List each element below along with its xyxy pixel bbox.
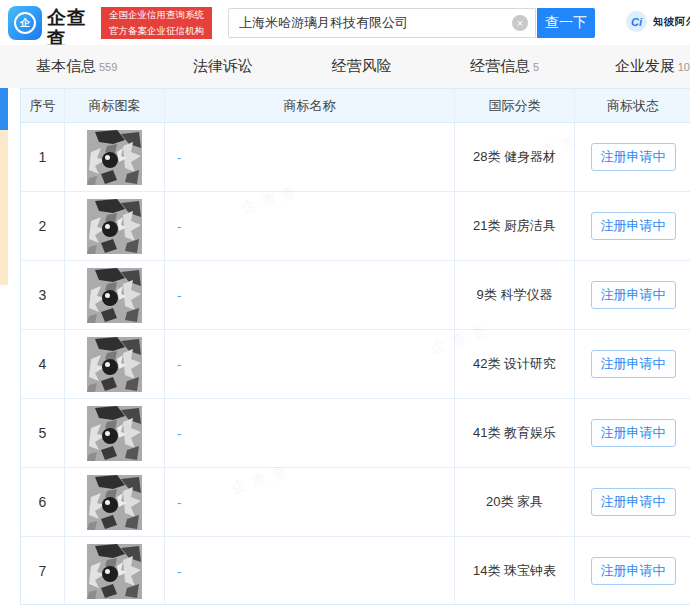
status-badge: 注册申请中 xyxy=(591,419,676,447)
trademark-image-cell xyxy=(65,399,165,467)
col-header-index: 序号 xyxy=(21,89,65,122)
trademark-status-cell: 注册申请中 xyxy=(575,537,690,605)
row-index: 6 xyxy=(21,468,65,536)
trademark-image[interactable] xyxy=(87,268,142,323)
qcc-logo-glyph: 企 xyxy=(14,12,36,34)
table-row: 7 - 14类 珠宝钟表 注册申请中 xyxy=(21,537,690,605)
tab-count: 10 xyxy=(678,61,690,73)
trademark-status-cell: 注册申请中 xyxy=(575,399,690,467)
certification-line2: 官方备案企业征信机构 xyxy=(101,23,212,39)
scroll-indicator xyxy=(0,130,8,285)
tab-label: 经营信息 xyxy=(470,57,530,76)
partner-logo-icon: Ci xyxy=(626,11,647,32)
tab-label: 法律诉讼 xyxy=(193,57,253,76)
tab-company-development[interactable]: 企业发展 10 xyxy=(615,57,690,76)
trademark-intl-class: 28类 健身器材 xyxy=(455,123,575,191)
row-index: 5 xyxy=(21,399,65,467)
trademark-name[interactable]: - xyxy=(165,399,455,467)
row-index: 4 xyxy=(21,330,65,398)
trademark-name[interactable]: - xyxy=(165,192,455,260)
section-tab-bar: 基本信息 559 法律诉讼 经营风险 经营信息 5 企业发展 10 xyxy=(0,45,690,88)
tab-operation-risk[interactable]: 经营风险 xyxy=(331,57,394,76)
trademark-name[interactable]: - xyxy=(165,123,455,191)
brand-name: 企查查 xyxy=(47,7,99,49)
trademark-image[interactable] xyxy=(87,337,142,392)
trademark-status-cell: 注册申请中 xyxy=(575,330,690,398)
trademark-image[interactable] xyxy=(87,544,142,599)
trademark-image[interactable] xyxy=(87,475,142,530)
trademark-image-cell xyxy=(65,537,165,605)
certification-badge: 全国企业信用查询系统 官方备案企业征信机构 xyxy=(101,7,212,39)
trademark-intl-class: 41类 教育娱乐 xyxy=(455,399,575,467)
trademark-name[interactable]: - xyxy=(165,330,455,398)
row-index: 1 xyxy=(21,123,65,191)
tab-count: 559 xyxy=(99,61,117,73)
table-row: 1 - 28类 健身器材 注册申请中 xyxy=(21,123,690,192)
trademark-status-cell: 注册申请中 xyxy=(575,192,690,260)
tab-legal-proceedings[interactable]: 法律诉讼 xyxy=(193,57,256,76)
trademark-intl-class: 42类 设计研究 xyxy=(455,330,575,398)
trademark-image-cell xyxy=(65,123,165,191)
status-badge: 注册申请中 xyxy=(591,488,676,516)
trademark-intl-class: 14类 珠宝钟表 xyxy=(455,537,575,605)
status-badge: 注册申请中 xyxy=(591,143,676,171)
tab-basic-info[interactable]: 基本信息 559 xyxy=(36,57,117,76)
table-row: 5 - 41类 教育娱乐 注册申请中 xyxy=(21,399,690,468)
trademark-status-cell: 注册申请中 xyxy=(575,468,690,536)
table-header-row: 序号 商标图案 商标名称 国际分类 商标状态 xyxy=(21,89,690,123)
partner-logo-name: 知彼阿尔法 xyxy=(653,15,690,29)
trademark-table: 序号 商标图案 商标名称 国际分类 商标状态 1 - 28类 xyxy=(20,88,690,605)
trademark-image[interactable] xyxy=(87,199,142,254)
table-row: 3 - 9类 科学仪器 注册申请中 xyxy=(21,261,690,330)
clear-icon[interactable] xyxy=(512,15,528,31)
row-index: 2 xyxy=(21,192,65,260)
status-badge: 注册申请中 xyxy=(591,350,676,378)
trademark-name[interactable]: - xyxy=(165,261,455,329)
table-row: 2 - 21类 厨房洁具 注册申请中 xyxy=(21,192,690,261)
certification-line1: 全国企业信用查询系统 xyxy=(101,7,212,23)
trademark-intl-class: 20类 家具 xyxy=(455,468,575,536)
trademark-intl-class: 21类 厨房洁具 xyxy=(455,192,575,260)
table-row: 4 - 42类 设计研究 注册申请中 xyxy=(21,330,690,399)
trademark-image-cell xyxy=(65,468,165,536)
top-header: 企 企查查 Qcc.com 全国企业信用查询系统 官方备案企业征信机构 查一下 … xyxy=(0,0,690,45)
search-input[interactable] xyxy=(228,8,536,38)
row-index: 7 xyxy=(21,537,65,605)
tab-operation-info[interactable]: 经营信息 5 xyxy=(470,57,539,76)
trademark-image[interactable] xyxy=(87,130,142,185)
trademark-image-cell xyxy=(65,261,165,329)
search-box xyxy=(228,8,536,38)
tab-label: 基本信息 xyxy=(36,57,96,76)
trademark-image-cell xyxy=(65,330,165,398)
col-header-class: 国际分类 xyxy=(455,89,575,122)
col-header-name: 商标名称 xyxy=(165,89,455,122)
search-button[interactable]: 查一下 xyxy=(537,8,595,38)
col-header-status: 商标状态 xyxy=(575,89,690,122)
status-badge: 注册申请中 xyxy=(591,281,676,309)
trademark-status-cell: 注册申请中 xyxy=(575,261,690,329)
status-badge: 注册申请中 xyxy=(591,212,676,240)
qcc-logo-icon[interactable]: 企 xyxy=(8,6,42,40)
trademark-image-cell xyxy=(65,192,165,260)
tab-label: 经营风险 xyxy=(331,57,391,76)
partner-logo[interactable]: Ci 知彼阿尔法 xyxy=(626,11,690,32)
trademark-name[interactable]: - xyxy=(165,537,455,605)
trademark-intl-class: 9类 科学仪器 xyxy=(455,261,575,329)
trademark-image[interactable] xyxy=(87,406,142,461)
col-header-image: 商标图案 xyxy=(65,89,165,122)
trademark-status-cell: 注册申请中 xyxy=(575,123,690,191)
status-badge: 注册申请中 xyxy=(591,557,676,585)
table-row: 6 - 20类 家具 注册申请中 xyxy=(21,468,690,537)
row-index: 3 xyxy=(21,261,65,329)
tab-label: 企业发展 xyxy=(615,57,675,76)
trademark-name[interactable]: - xyxy=(165,468,455,536)
table-body: 1 - 28类 健身器材 注册申请中 2 xyxy=(21,123,690,605)
tab-count: 5 xyxy=(533,61,539,73)
